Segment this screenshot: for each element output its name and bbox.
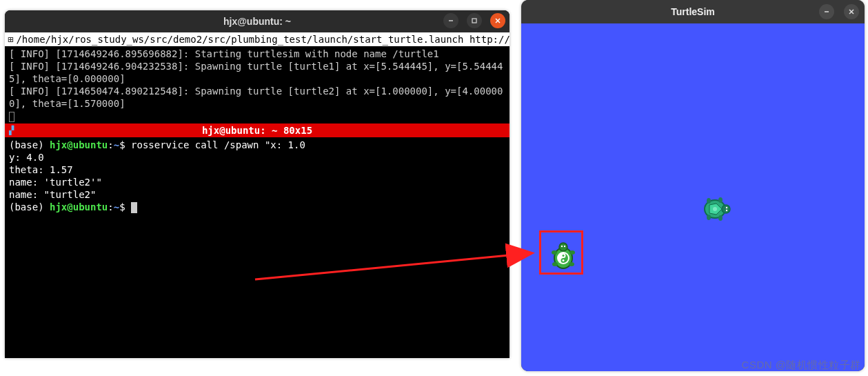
svg-point-9 [726,207,727,208]
turtlesim-titlebar[interactable]: TurtleSim [521,0,865,23]
svg-point-11 [718,197,723,203]
pane-title: hjx@ubuntu: ~ 80x15 [5,124,509,137]
prompt-dollar: $ [119,139,131,150]
turtlesim-canvas[interactable] [521,23,865,371]
prompt-user: hjx@ubuntu [50,201,108,212]
highlight-box [539,230,583,275]
svg-point-13 [707,198,711,204]
log-line: [ INFO] [1714649246.895696882]: Starting… [9,48,439,59]
prompt-colon: : [108,139,113,150]
svg-rect-1 [472,19,476,23]
terminal-title: hjx@ubuntu: ~ [223,16,291,27]
close-button[interactable] [490,13,505,28]
turtlesim-title: TurtleSim [671,6,715,17]
output-line: name: "turtle2" [9,189,96,200]
svg-point-15 [713,207,717,211]
command-line: theta: 1.57 [9,164,73,175]
terminal-titlebar[interactable]: hjx@ubuntu: ~ [5,10,509,32]
prompt-base: (base) [9,139,50,150]
log-line: [ INFO] [1714649246.904232538]: Spawning… [9,61,503,84]
path-bar: ⊞ /home/hjx/ros_study_ws/src/demo2/src/p… [5,32,509,46]
minimize-button[interactable] [819,4,834,19]
terminal-body[interactable]: ⊞ /home/hjx/ros_study_ws/src/demo2/src/p… [5,32,509,358]
turtlesim-window: TurtleSim [521,0,865,371]
pane-divider-bar: ▞ hjx@ubuntu: ~ 80x15 [5,123,509,137]
command-text: rosservice call /spawn "x: 1.0 [131,139,305,150]
close-button[interactable] [844,4,859,19]
window-controls [819,4,859,19]
prompt-colon: : [108,201,113,212]
pane-icon: ▞ [9,124,14,137]
prompt-base: (base) [9,201,50,212]
command-line: y: 4.0 [9,152,44,163]
terminal-window: hjx@ubuntu: ~ ⊞ /home/hjx/ros_study_ws/s… [5,10,509,358]
shell-pane[interactable]: (base) hjx@ubuntu:~$ rosservice call /sp… [5,137,509,215]
svg-point-12 [718,215,723,221]
minimize-button[interactable] [443,13,458,28]
command-line: name: 'turtle2'" [9,177,102,188]
path-text: /home/hjx/ros_study_ws/src/demo2/src/plu… [16,33,509,46]
svg-point-10 [726,210,727,211]
prompt-path: ~ [114,139,119,150]
svg-point-14 [707,215,711,220]
log-output: [ INFO] [1714649246.895696882]: Starting… [5,46,509,123]
window-controls [443,13,505,28]
log-line: [ INFO] [1714650474.890212548]: Spawning… [9,86,503,109]
svg-point-8 [722,205,730,213]
cursor-block [131,202,137,213]
cursor-outline [9,112,14,122]
prompt-user: hjx@ubuntu [50,139,108,150]
watermark: CSDN @随机惯性粒子群 [742,359,861,372]
turtle1-sprite [701,194,731,224]
split-icon: ⊞ [8,33,13,46]
prompt-dollar: $ [119,201,131,212]
maximize-button[interactable] [467,13,482,28]
prompt-path: ~ [114,201,119,212]
